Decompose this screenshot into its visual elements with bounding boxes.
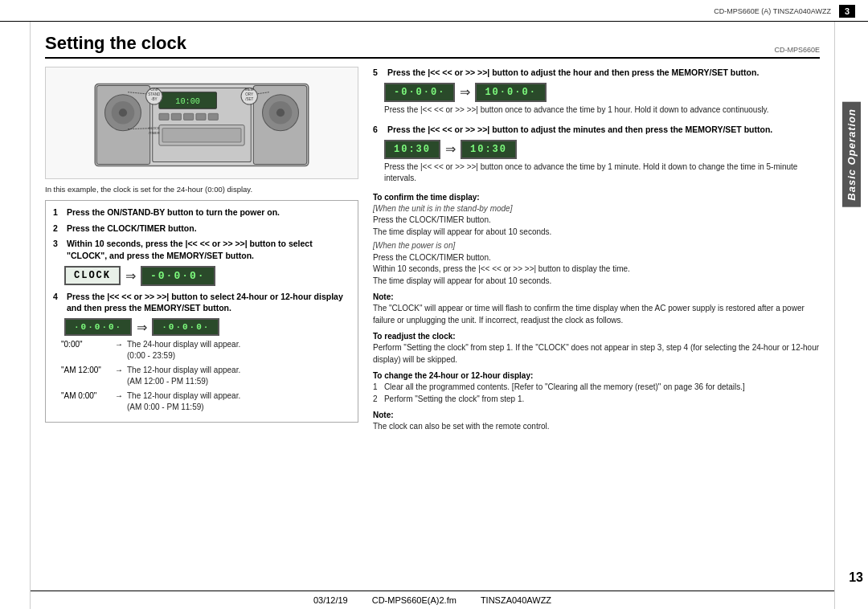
readjust-section: To readjust the clock: Perform "Setting … [373, 332, 820, 366]
note-1-section: Note: The "CLOCK" will appear or time wi… [373, 292, 820, 326]
clock-display-row: CLOCK ⇒ -0·0·0· [64, 266, 350, 286]
svg-text:MEM: MEM [245, 88, 254, 92]
time-option-1-label: "0:00" [61, 339, 111, 350]
confirm-section: To confirm the time display: [When the u… [373, 193, 820, 288]
note-2-title: Note: [373, 411, 820, 419]
svg-text:ON/: ON/ [150, 87, 158, 92]
svg-point-4 [119, 108, 127, 116]
clock-label-display: CLOCK [64, 266, 121, 285]
note-2-section: Note: The clock can also be set with the… [373, 411, 820, 433]
dots-display: -0·0·0· [141, 266, 215, 286]
step-4-text: Press the |<< << or >> >>| button to sel… [67, 291, 350, 314]
step-3-num: 3 [53, 238, 64, 250]
page-title-bar: Setting the clock CD-MPS660E [45, 33, 820, 59]
footer-code: TINSZA040AWZZ [481, 595, 551, 605]
caption-text: In this example, the clock is set for th… [45, 185, 358, 194]
two-column-layout: 10:00 ON/ STAND -BY [45, 67, 820, 595]
svg-text:-BY: -BY [151, 97, 158, 101]
right-step-5-num: 5 [373, 67, 384, 79]
svg-rect-13 [171, 113, 181, 120]
right-step-6-body: Press the |<< << or >> >>| button once t… [384, 161, 820, 185]
svg-rect-14 [184, 113, 194, 120]
time-option-2-arrow: → [115, 365, 123, 376]
main-layout: Setting the clock CD-MPS660E [0, 22, 868, 609]
title-model-code: CD-MPS660E [774, 46, 820, 54]
note-1-body: The "CLOCK" will appear or time will fla… [373, 303, 820, 326]
confirm-body-2: [When the power is on] Press the CLOCK/T… [373, 240, 820, 287]
left-column: 10:00 ON/ STAND -BY [45, 67, 358, 595]
header-page-number: 3 [839, 5, 855, 18]
step-1-text: Press the ON/STAND-BY button to turn the… [67, 206, 350, 219]
right-step-5-header: 5 Press the |<< << or >> >>| button to a… [373, 67, 820, 79]
arrow-icon-2: ⇒ [137, 320, 147, 335]
bottom-footer: 03/12/19 CD-MPS660E(A)2.fm TINSZA040AWZZ [31, 591, 834, 609]
right-step-6: 6 Press the |<< << or >> >>| button to a… [373, 124, 820, 185]
svg-rect-12 [159, 113, 169, 120]
step-1-row: 1 Press the ON/STAND-BY button to turn t… [53, 206, 350, 219]
confirm-body-1: [When the unit is in the stand-by mode] … [373, 203, 820, 239]
device-svg-image: 10:00 ON/ STAND -BY [46, 67, 358, 178]
step5-left-display: -0·0·0· [384, 83, 455, 102]
right-sidebar: Basic Operation 13 [834, 22, 868, 609]
time-select-display-row: ·0·0·0· ⇒ ·0·0·0· [64, 318, 350, 336]
time-option-2-desc: The 12-hour display will appear.(AM 12:0… [127, 365, 240, 387]
time-select-left-display: ·0·0·0· [64, 318, 132, 336]
device-illustration: 10:00 ON/ STAND -BY [45, 67, 358, 179]
svg-text:CLOCK: CLOCK [149, 126, 160, 130]
note-2-body: The clock can also be set with the remot… [373, 421, 820, 433]
footer-file: CD-MPS660E(A)2.fm [372, 595, 457, 605]
svg-rect-16 [208, 113, 218, 120]
svg-rect-15 [196, 113, 206, 120]
right-step-5-text: Press the |<< << or >> >>| button to adj… [387, 67, 759, 79]
step5-display-row: -0·0·0· ⇒ 10·0·0· [384, 83, 820, 102]
step6-arrow: ⇒ [445, 141, 456, 157]
sidebar-page-num: 13 [849, 570, 863, 585]
step6-right-display: 10:30 [461, 140, 517, 159]
time-option-2: "AM 12:00" → The 12-hour display will ap… [61, 365, 350, 387]
right-step-5: 5 Press the |<< << or >> >>| button to a… [373, 67, 820, 116]
confirm-title: To confirm the time display: [373, 193, 820, 202]
time-option-3: "AM 0:00" → The 12-hour display will app… [61, 390, 350, 413]
top-header: CD-MPS660E (A) TINSZA040AWZZ 3 [0, 0, 868, 22]
step-3-row: 3 Within 10 seconds, press the |<< << or… [53, 238, 350, 261]
time-option-2-label: "AM 12:00" [61, 365, 111, 376]
step6-display-row: 10:30 ⇒ 10:30 [384, 140, 820, 159]
header-model-code: CD-MPS660E (A) TINSZA040AWZZ [714, 7, 831, 15]
right-step-5-body: Press the |<< << or >> >>| button once t… [384, 104, 820, 116]
page-title-text: Setting the clock [45, 33, 186, 54]
step-3-text: Within 10 seconds, press the |<< << or >… [67, 238, 350, 261]
step-4-num: 4 [53, 291, 64, 303]
sidebar-label: Basic Operation [842, 102, 861, 207]
footer-date: 03/12/19 [313, 595, 348, 605]
note-1-title: Note: [373, 292, 820, 301]
svg-rect-18 [162, 129, 241, 142]
step-4-row: 4 Press the |<< << or >> >>| button to s… [53, 291, 350, 314]
change-display-title: To change the 24-hour or 12-hour display… [373, 371, 820, 380]
step-1-num: 1 [53, 206, 64, 219]
time-option-1: "0:00" → The 24-hour display will appear… [61, 339, 350, 362]
right-step-6-num: 6 [373, 124, 384, 136]
svg-text:/TIMER: /TIMER [149, 131, 160, 135]
step5-arrow: ⇒ [460, 84, 470, 100]
time-options-table: "0:00" → The 24-hour display will appear… [61, 339, 350, 413]
left-margin [0, 22, 31, 609]
readjust-body: Perform "Setting the clock" from step 1.… [373, 342, 820, 366]
svg-text:/SET: /SET [245, 97, 253, 101]
right-column: 5 Press the |<< << or >> >>| button to a… [373, 67, 820, 595]
svg-point-8 [276, 108, 285, 116]
step-2-num: 2 [53, 223, 64, 235]
time-option-3-desc: The 12-hour display will appear.(AM 0:00… [127, 390, 240, 413]
step-2-row: 2 Press the CLOCK/TIMER button. [53, 223, 350, 235]
change-display-body: 1 Clear all the programmed contents. [Re… [373, 382, 820, 405]
readjust-title: To readjust the clock: [373, 332, 820, 341]
arrow-icon: ⇒ [125, 268, 136, 284]
step5-right-display: 10·0·0· [475, 83, 546, 102]
right-step-6-header: 6 Press the |<< << or >> >>| button to a… [373, 124, 820, 136]
step-2-text: Press the CLOCK/TIMER button. [67, 223, 350, 235]
svg-text:ORY: ORY [245, 92, 253, 96]
time-option-1-desc: The 24-hour display will appear.(0:00 - … [127, 339, 240, 362]
content-area: Setting the clock CD-MPS660E [31, 22, 834, 609]
left-steps-box: 1 Press the ON/STAND-BY button to turn t… [45, 200, 358, 423]
time-select-right-display: ·0·0·0· [152, 318, 219, 336]
right-step-6-text: Press the |<< << or >> >>| button to adj… [387, 124, 772, 136]
